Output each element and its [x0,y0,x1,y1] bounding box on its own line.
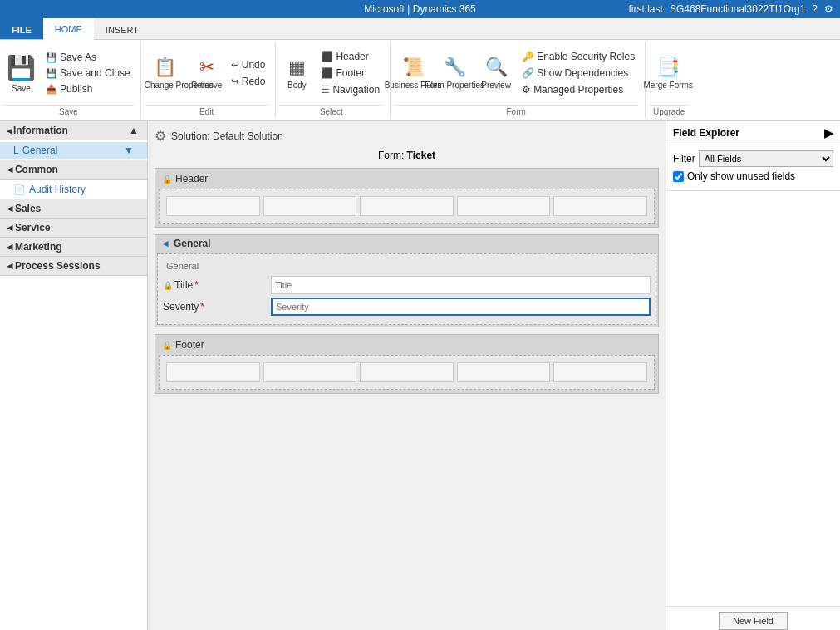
audit-icon: 📄 [13,184,26,195]
collapse-common-icon: ◄ [5,164,15,175]
collapse-marketing-icon: ◄ [5,241,15,253]
user-menu-icon[interactable]: ⚙ [824,3,833,15]
nav-item-audit-history[interactable]: 📄 Audit History [0,181,147,198]
nav-general-section: L General ▼ [0,140,147,160]
change-properties-button[interactable]: 📋 Change Properties [145,45,186,101]
nav-section-common[interactable]: ◄ Common [0,160,147,180]
header-cell-4 [457,196,551,216]
ribbon-group-select: ▦ Body ⬛ Header ⬛ Footer ☰ Navigation [276,42,391,118]
header-icon: ⬛ [321,51,333,62]
form-name: Ticket [407,150,435,161]
form-group-label: Form [394,105,638,116]
only-unused-checkbox[interactable] [673,171,684,182]
body-icon: ▦ [288,57,306,78]
nav-section-sales[interactable]: ◄ Sales [0,199,147,219]
field-explorer-body [666,191,840,606]
undo-button[interactable]: ↩ Undo [228,57,269,72]
header-cell-2 [263,196,357,216]
navigation-button[interactable]: ☰ Navigation [317,82,383,97]
form-properties-button[interactable]: 🔧 Form Properties [435,45,474,101]
nav-section-process-sessions[interactable]: ◄ Process Sessions [0,257,147,276]
save-close-icon: 💾 [46,68,57,79]
header-section-label: 🔒 Header [157,170,656,187]
enable-security-roles-button[interactable]: 🔑 Enable Security Roles [518,49,638,64]
save-icon: 💾 [7,54,36,81]
header-cells [163,193,651,219]
change-properties-icon: 📋 [154,57,176,78]
nav-common-section: 📄 Audit History [0,180,147,199]
redo-button[interactable]: ↪ Redo [228,74,269,89]
save-as-button[interactable]: 💾 Save As [42,50,134,65]
ribbon-group-save: 💾 Save 💾 Save As 💾 Save and Close 📤 Publ… [0,42,141,118]
only-unused-label: Only show unused fields [687,170,795,182]
header-button[interactable]: ⬛ Header [317,49,383,64]
upgrade-group-label: Upgrade [649,105,689,116]
header-section-body [159,189,655,224]
general-inner: General 🔒 Title * Severity * [157,253,656,325]
header-cell-1 [166,196,260,216]
footer-section-body [159,355,655,390]
new-field-button[interactable]: New Field [719,612,788,630]
save-and-close-button[interactable]: 💾 Save and Close [42,66,134,81]
footer-button[interactable]: ⬛ Footer [317,66,383,81]
general-icon: L [13,145,19,156]
tab-file[interactable]: FILE [0,18,43,39]
merge-forms-icon: 📑 [657,57,680,78]
title-input[interactable] [271,276,651,294]
tab-insert[interactable]: INSERT [94,18,150,39]
preview-button[interactable]: 🔍 Preview [477,45,515,101]
publish-button[interactable]: 📤 Publish [42,81,134,96]
tab-home[interactable]: HOME [43,18,94,40]
navigation-icon: ☰ [321,84,330,96]
top-bar: Microsoft | Dynamics 365 first last SG46… [0,0,840,18]
ribbon-group-form: 📜 Business Rules 🔧 Form Properties 🔍 Pre… [391,42,646,118]
nav-down-icon[interactable]: ▼ [57,145,134,156]
general-tab-label: General [163,259,651,273]
remove-button[interactable]: ✂ Remove [189,45,224,101]
footer-cell-3 [360,362,454,382]
general-collapse-icon[interactable]: ◄ [160,238,170,249]
title-field-label: 🔒 Title * [163,279,271,291]
collapse-process-icon: ◄ [5,260,15,272]
nav-up-icon[interactable]: ▲ [129,125,139,136]
help-icon[interactable]: ? [812,3,818,15]
header-cell-3 [360,196,454,216]
severity-input[interactable] [271,298,651,316]
redo-icon: ↪ [231,76,239,87]
footer-cell-5 [553,362,647,382]
ribbon: 💾 Save 💾 Save As 💾 Save and Close 📤 Publ… [0,40,840,121]
severity-field-row: Severity * [163,298,651,316]
remove-icon: ✂ [199,57,214,78]
save-group-label: Save [3,105,134,116]
nav-section-marketing[interactable]: ◄ Marketing [0,238,147,257]
footer-lock-icon: 🔒 [162,341,172,350]
filter-label: Filter [673,153,695,165]
footer-section: 🔒 Footer [155,334,659,394]
nav-item-general[interactable]: L General ▼ [0,142,147,159]
title-lock-icon: 🔒 [163,281,173,290]
filter-select[interactable]: All Fields [699,150,833,167]
header-cell-5 [553,196,647,216]
title-required-indicator: * [194,279,199,291]
business-rules-icon: 📜 [402,57,425,78]
field-explorer-expand-icon[interactable]: ▶ [824,126,833,140]
show-dependencies-button[interactable]: 🔗 Show Dependencies [518,66,638,81]
form-canvas: ⚙ Solution: Default Solution Form: Ticke… [148,121,666,630]
managed-properties-button[interactable]: ⚙ Managed Properties [518,82,638,97]
app-title: Microsoft | Dynamics 365 [364,3,476,15]
body-button[interactable]: ▦ Body [279,45,314,101]
field-explorer-filter: Filter All Fields Only show unused field… [666,145,840,191]
org-name: SG468Functional3022TI1Org1 [670,3,805,15]
managed-properties-icon: ⚙ [522,84,531,96]
header-section: 🔒 Header [155,168,659,228]
save-button[interactable]: 💾 Save [3,52,39,95]
nav-section-service[interactable]: ◄ Service [0,219,147,238]
left-nav: ◄ Information ▲ L General ▼ ◄ Common 📄 A… [0,121,148,630]
form-title: Form: Ticket [155,149,659,161]
nav-section-information[interactable]: ◄ Information ▲ [0,121,147,140]
field-explorer-title: Field Explorer [673,127,739,139]
merge-forms-button[interactable]: 📑 Merge Forms [649,45,687,101]
ribbon-group-edit: 📋 Change Properties ✂ Remove ↩ Undo ↪ Re… [141,42,277,118]
business-rules-button[interactable]: 📜 Business Rules [394,45,432,101]
edit-group-label: Edit [145,105,269,116]
